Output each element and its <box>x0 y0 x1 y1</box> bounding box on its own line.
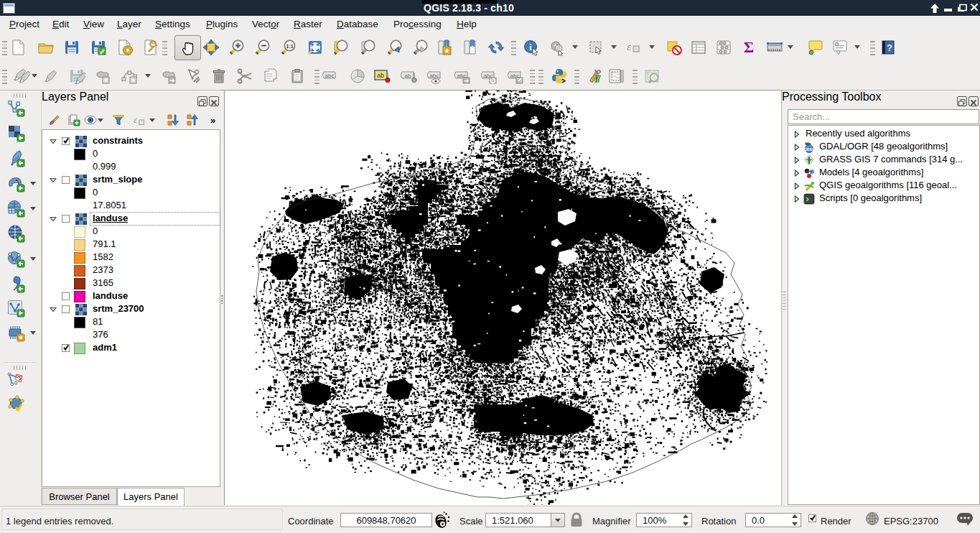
svg-text:abc: abc <box>430 73 439 79</box>
svg-text:Σ: Σ <box>744 39 754 56</box>
svg-text:ab: ab <box>405 73 411 79</box>
svg-text:ε: ε <box>134 114 138 125</box>
svg-text:GDAL: GDAL <box>804 147 814 152</box>
svg-text:1:1: 1:1 <box>286 44 293 49</box>
svg-text:?: ? <box>887 42 892 53</box>
svg-text:ε: ε <box>627 41 631 52</box>
svg-text:abc: abc <box>325 73 335 79</box>
svg-text:ab: ab <box>377 72 384 79</box>
